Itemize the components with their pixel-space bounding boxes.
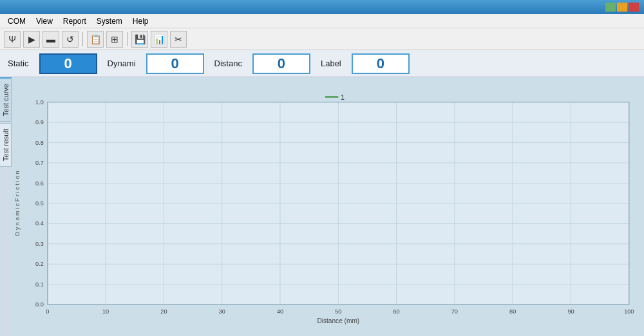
stop-tool[interactable]: ▬ <box>43 31 59 48</box>
status-value-label: 0 <box>352 53 410 74</box>
status-label-dynami: Dynami <box>108 59 136 68</box>
toolbar-separator <box>127 32 128 46</box>
svg-text:0.8: 0.8 <box>35 140 44 146</box>
status-label-distanc: Distanc <box>214 59 242 68</box>
svg-text:0.1: 0.1 <box>35 281 44 288</box>
svg-text:0.3: 0.3 <box>35 241 44 247</box>
status-value-dynami: 0 <box>146 53 204 74</box>
menu-bar: COMViewReportSystemHelp <box>0 14 644 28</box>
maximize-button[interactable] <box>617 3 627 12</box>
play-tool[interactable]: ▶ <box>23 31 40 48</box>
main-content: Test curveTest result 010203040506070809… <box>0 77 644 336</box>
svg-text:50: 50 <box>335 308 341 315</box>
svg-text:0.2: 0.2 <box>35 261 44 267</box>
cut-tool[interactable]: ✂ <box>170 31 187 48</box>
status-label-static: Static <box>8 59 29 68</box>
svg-text:90: 90 <box>567 308 574 315</box>
minimize-button[interactable] <box>605 3 616 12</box>
title-bar <box>0 0 644 14</box>
menu-item-help[interactable]: Help <box>128 15 154 27</box>
menu-item-report[interactable]: Report <box>58 15 91 27</box>
svg-text:70: 70 <box>451 308 458 315</box>
toolbar: Ψ▶▬↺📋⊞💾📊✂ <box>0 28 644 50</box>
svg-text:0.6: 0.6 <box>35 180 44 187</box>
side-tabs: Test curveTest result <box>0 77 12 336</box>
svg-text:0.9: 0.9 <box>35 119 44 126</box>
chart-svg: 01020304050607080901000.00.10.20.30.40.5… <box>12 82 639 331</box>
svg-text:80: 80 <box>509 308 516 315</box>
svg-text:1: 1 <box>341 94 345 101</box>
svg-text:0.0: 0.0 <box>35 301 44 308</box>
toolbar-separator <box>82 32 83 46</box>
status-bar: Static0Dynami0Distanc0Label0 <box>0 50 644 77</box>
chart-wrap: 01020304050607080901000.00.10.20.30.40.5… <box>12 82 639 331</box>
svg-text:100: 100 <box>624 308 634 315</box>
chart-container: 01020304050607080901000.00.10.20.30.40.5… <box>12 77 644 336</box>
svg-text:1.0: 1.0 <box>35 99 44 106</box>
svg-text:0: 0 <box>46 308 49 315</box>
clipboard-tool[interactable]: 📋 <box>87 31 104 48</box>
side-tab-test-curve[interactable]: Test curve <box>0 77 12 122</box>
svg-text:0.7: 0.7 <box>35 160 44 166</box>
side-tab-test-result[interactable]: Test result <box>0 123 12 167</box>
save-tool[interactable]: 💾 <box>131 31 148 48</box>
refresh-tool[interactable]: ↺ <box>62 31 79 48</box>
status-value-static: 0 <box>39 53 97 74</box>
svg-text:Distance (mm): Distance (mm) <box>317 317 359 324</box>
svg-text:40: 40 <box>277 308 283 315</box>
menu-item-view[interactable]: View <box>31 15 58 27</box>
svg-text:60: 60 <box>393 308 400 315</box>
menu-item-system[interactable]: System <box>91 15 128 27</box>
chart-tool[interactable]: 📊 <box>151 31 167 48</box>
menu-item-com[interactable]: COM <box>3 15 31 27</box>
svg-text:30: 30 <box>219 308 225 315</box>
status-value-distanc: 0 <box>252 53 310 74</box>
svg-text:10: 10 <box>102 308 109 315</box>
svg-text:D y n a m i c   F r i c t i o : D y n a m i c F r i c t i o n <box>14 171 21 236</box>
svg-text:20: 20 <box>160 308 167 315</box>
psi-tool[interactable]: Ψ <box>4 31 21 48</box>
window-controls <box>605 3 639 12</box>
svg-text:0.4: 0.4 <box>35 220 44 227</box>
status-label-label: Label <box>321 59 341 68</box>
close-button[interactable] <box>629 3 639 12</box>
svg-text:0.5: 0.5 <box>35 200 44 207</box>
grid-tool[interactable]: ⊞ <box>106 31 123 48</box>
